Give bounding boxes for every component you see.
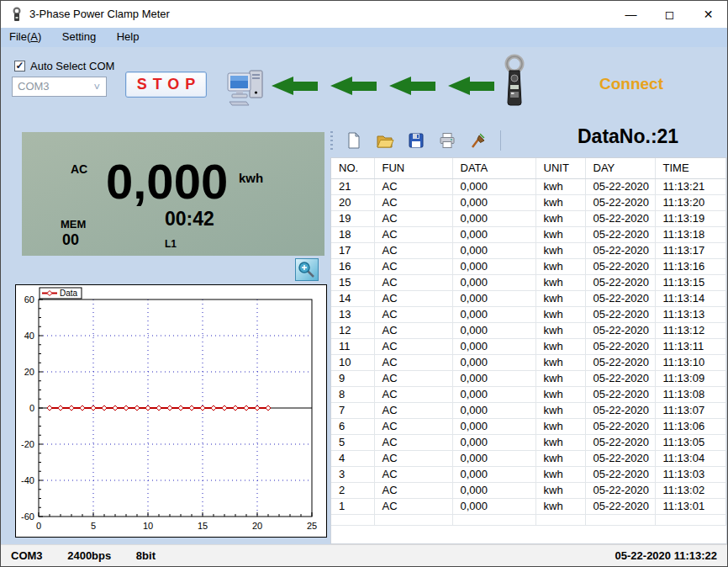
menu-help[interactable]: Help (108, 28, 148, 45)
table-cell: 2 (331, 482, 374, 498)
maximize-button[interactable]: ◻ (651, 1, 688, 28)
table-cell: 0,000 (452, 498, 535, 514)
lcd-display: AC 0,000 kwh 00:42 MEM 00 L1 (22, 132, 324, 256)
table-cell: AC (374, 354, 452, 370)
table-row[interactable]: 5AC0,000kwh05-22-202011:13:05 (331, 434, 726, 450)
table-header-cell[interactable]: DAY (585, 158, 655, 178)
new-file-button[interactable] (341, 130, 367, 151)
table-cell: 0,000 (452, 322, 535, 338)
table-cell: 05-22-2020 (585, 274, 655, 290)
table-row[interactable]: 12AC0,000kwh05-22-202011:13:12 (331, 322, 726, 338)
table-cell: kwh (535, 210, 585, 226)
table-cell: kwh (535, 402, 585, 418)
table-cell: 11:13:04 (655, 450, 726, 466)
table-cell: AC (374, 258, 452, 274)
table-cell: 0,000 (452, 290, 535, 306)
table-cell: kwh (535, 226, 585, 242)
table-row[interactable]: 18AC0,000kwh05-22-202011:13:18 (331, 226, 726, 242)
table-cell: 11:13:20 (655, 194, 726, 210)
table-cell: 0,000 (452, 386, 535, 402)
save-button[interactable] (404, 130, 429, 151)
table-cell: 7 (331, 402, 374, 418)
table-cell: 05-22-2020 (585, 402, 655, 418)
table-header-cell[interactable]: FUN (374, 158, 452, 178)
table-cell: AC (374, 194, 452, 210)
svg-text:-60: -60 (21, 511, 34, 522)
table-cell: AC (374, 178, 452, 194)
com-port-select[interactable]: COM3 ˅ (12, 77, 107, 97)
table-cell: kwh (535, 322, 585, 338)
menu-setting[interactable]: Setting (54, 28, 104, 45)
close-button[interactable]: ✕ (689, 1, 727, 28)
open-file-button[interactable] (372, 130, 398, 151)
table-row[interactable]: 7AC0,000kwh05-22-202011:13:07 (331, 402, 726, 418)
table-row[interactable]: 17AC0,000kwh05-22-202011:13:17 (331, 242, 726, 258)
table-cell: 11:13:17 (655, 242, 726, 258)
menu-bar: File(A) Setting Help (1, 28, 727, 47)
table-cell: kwh (535, 274, 585, 290)
table-cell: 0,000 (452, 370, 535, 386)
checkbox-check-icon[interactable]: ✓ (14, 61, 25, 72)
table-cell: 11:13:06 (655, 418, 726, 434)
table-row[interactable]: 9AC0,000kwh05-22-202011:13:09 (331, 370, 726, 386)
lcd-phase: L1 (165, 238, 177, 250)
table-row[interactable]: 14AC0,000kwh05-22-202011:13:14 (331, 290, 726, 306)
table-cell: 05-22-2020 (585, 482, 655, 498)
clear-button[interactable] (466, 130, 491, 151)
table-cell: 20 (331, 194, 374, 210)
table-header-cell[interactable]: NO. (331, 158, 374, 178)
table-header-cell[interactable]: TIME (655, 158, 726, 178)
table-cell: 05-22-2020 (585, 178, 655, 194)
zoom-chart-button[interactable] (295, 258, 319, 281)
stop-button[interactable]: STOP (125, 72, 207, 98)
print-icon (438, 131, 456, 150)
svg-text:5: 5 (91, 521, 96, 531)
print-button[interactable] (435, 130, 460, 151)
table-cell: 0,000 (452, 178, 535, 194)
table-row[interactable]: 2AC0,000kwh05-22-202011:13:02 (331, 482, 726, 498)
table-cell: 15 (331, 274, 374, 290)
table-header-cell[interactable]: DATA (452, 158, 535, 178)
svg-text:0: 0 (29, 403, 34, 413)
table-row[interactable]: 20AC0,000kwh05-22-202011:13:20 (331, 194, 726, 210)
table-cell: 10 (331, 354, 374, 370)
table-row[interactable]: 19AC0,000kwh05-22-202011:13:19 (331, 210, 726, 226)
table-row[interactable]: 6AC0,000kwh05-22-202011:13:06 (331, 418, 726, 434)
svg-text:25: 25 (307, 521, 317, 531)
table-row[interactable]: 3AC0,000kwh05-22-202011:13:03 (331, 466, 726, 482)
table-cell: 11:13:16 (655, 258, 726, 274)
table-row[interactable]: 15AC0,000kwh05-22-202011:13:15 (331, 274, 726, 290)
svg-text:0: 0 (36, 521, 41, 531)
data-flow-arrows (272, 77, 494, 96)
table-cell: kwh (535, 290, 585, 306)
table-row[interactable]: 16AC0,000kwh05-22-202011:13:16 (331, 258, 726, 274)
table-cell: AC (374, 498, 452, 514)
table-cell: 11:13:15 (655, 274, 726, 290)
table-row[interactable]: 8AC0,000kwh05-22-202011:13:08 (331, 386, 726, 402)
table-header-row: NO.FUNDATAUNITDAYTIME (331, 158, 726, 178)
table-cell: 0,000 (452, 242, 535, 258)
computer-icon (226, 68, 265, 107)
menu-file[interactable]: File(A) (1, 28, 50, 45)
table-row[interactable]: 21AC0,000kwh05-22-202011:13:21 (331, 178, 726, 194)
table-cell: 05-22-2020 (585, 338, 655, 354)
lcd-mode: AC (71, 162, 87, 176)
table-row[interactable]: 1AC0,000kwh05-22-202011:13:01 (331, 498, 726, 514)
table-cell: kwh (535, 338, 585, 354)
connect-status-label: Connect (599, 75, 663, 93)
table-cell: AC (374, 210, 452, 226)
table-row[interactable]: 11AC0,000kwh05-22-202011:13:11 (331, 338, 726, 354)
table-cell: 05-22-2020 (585, 226, 655, 242)
lcd-value: 0,000 (106, 157, 228, 206)
table-cell: kwh (535, 386, 585, 402)
table-row[interactable]: 13AC0,000kwh05-22-202011:13:13 (331, 306, 726, 322)
minimize-button[interactable]: — (612, 1, 650, 28)
table-header-cell[interactable]: UNIT (535, 158, 585, 178)
table-cell: 0,000 (452, 226, 535, 242)
table-cell: 11:13:02 (655, 482, 726, 498)
table-row[interactable]: 4AC0,000kwh05-22-202011:13:04 (331, 450, 726, 466)
auto-select-com-checkbox[interactable]: ✓ Auto Select COM (14, 60, 114, 72)
table-row[interactable]: 10AC0,000kwh05-22-202011:13:10 (331, 354, 726, 370)
table-cell: 11:13:13 (655, 306, 726, 322)
title-bar: 3-Phase Power Clamp Meter — ◻ ✕ (1, 1, 727, 28)
